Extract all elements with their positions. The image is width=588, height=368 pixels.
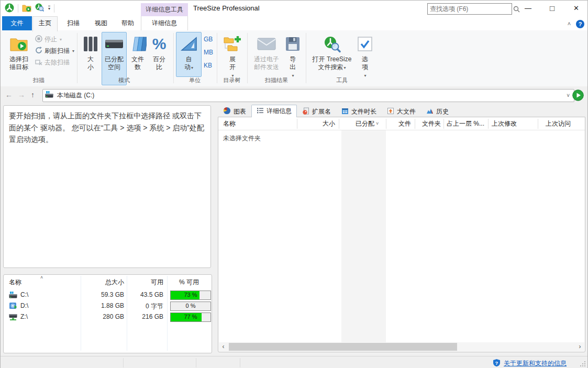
drive-row-c[interactable]: C:\ 59.3 GB 43.5 GB 73 % xyxy=(4,289,212,300)
unit-mb-option[interactable]: MB xyxy=(204,49,213,56)
scroll-left-icon[interactable]: ‹ xyxy=(219,342,228,351)
email-icon xyxy=(251,34,282,54)
tab-details[interactable]: 详细信息 xyxy=(141,16,188,30)
header-divider xyxy=(218,130,585,130)
group-separator xyxy=(247,33,248,83)
column-separator xyxy=(488,119,489,129)
combo-dropdown-icon[interactable]: ˅ xyxy=(567,93,572,98)
back-icon[interactable]: ← xyxy=(5,91,13,99)
send-email-label: 通过电子邮件发送 xyxy=(254,55,279,71)
network-drive-icon xyxy=(9,314,18,323)
drive-col-total[interactable]: 总大小 xyxy=(85,278,124,287)
tab-scan[interactable]: 扫描 xyxy=(59,16,87,30)
column-separator xyxy=(443,119,444,129)
area-chart-icon xyxy=(426,107,434,116)
col-name[interactable]: 名称 xyxy=(223,117,236,130)
col-allocated[interactable]: 已分配 xyxy=(339,117,374,130)
tab-chart[interactable]: 图表 xyxy=(218,105,251,117)
col-files[interactable]: 文件 xyxy=(386,117,411,130)
title-bar: ▾ 详细信息工具 TreeSize Professional — □ ✕ xyxy=(1,1,587,16)
search-input[interactable] xyxy=(428,5,513,13)
hard-drive-icon xyxy=(9,292,18,300)
tab-home[interactable]: 主页 xyxy=(32,16,58,31)
find-options-searchbox[interactable] xyxy=(427,3,512,15)
forward-icon[interactable]: → xyxy=(18,91,25,99)
drive-col-name[interactable]: 名称 xyxy=(9,278,21,287)
group-separator xyxy=(306,33,306,83)
horizontal-scrollbar[interactable]: ‹ › xyxy=(219,342,584,351)
group-label-results: 扫描结果 xyxy=(250,76,303,84)
update-info: ? 关于更新和支持的信息 xyxy=(493,359,567,368)
drive-row-d[interactable]: D:\ 1.88 GB 0 字节 0 % xyxy=(4,300,212,311)
close-button[interactable]: ✕ xyxy=(564,1,588,16)
remove-scan-icon xyxy=(35,58,42,67)
free-percent-bar: 73 % xyxy=(170,291,211,300)
tab-file-ages[interactable]: 文件时长 xyxy=(336,105,382,117)
drive-row-z[interactable]: Z:\ 280 GB 216 GB 77 % xyxy=(4,311,212,322)
drive-total: 1.88 GB xyxy=(85,302,124,309)
col-size[interactable]: 大小 xyxy=(297,117,335,130)
dropdown-icon: ▾ xyxy=(60,37,62,42)
group-separator xyxy=(77,33,77,83)
column-separator xyxy=(538,119,538,129)
tab-chart-label: 图表 xyxy=(234,107,246,116)
files-stack-icon xyxy=(128,34,148,54)
col-last-modified[interactable]: 上次修改 xyxy=(492,117,517,130)
tab-history-label: 历史 xyxy=(436,107,449,116)
select-scan-target-label: 选择扫描目标 xyxy=(9,55,28,71)
tab-top-files[interactable]: 大文件 xyxy=(382,105,421,117)
resize-grip[interactable] xyxy=(580,361,585,366)
up-arrow-box-icon xyxy=(387,107,394,116)
scroll-right-icon[interactable]: › xyxy=(575,342,584,351)
scrollbar-thumb[interactable] xyxy=(229,343,457,351)
refresh-icon xyxy=(35,47,42,55)
status-separator xyxy=(240,358,240,367)
tab-details-view[interactable]: 详细信息 xyxy=(251,105,297,117)
extensions-icon xyxy=(302,107,309,116)
collapse-ribbon-icon[interactable]: ˄ xyxy=(565,19,573,28)
maximize-button[interactable]: □ xyxy=(540,1,564,16)
drive-free: 0 字节 xyxy=(129,302,163,311)
app-window: ▾ 详细信息工具 TreeSize Professional — □ ✕ 文件 … xyxy=(0,0,588,368)
unit-gb-option[interactable]: GB xyxy=(204,36,213,43)
mode-allocated-label: 已分配空间 xyxy=(105,55,124,71)
select-scan-target-icon xyxy=(4,34,34,54)
select-directory-icon[interactable] xyxy=(22,4,31,14)
tab-file-ages-label: 文件时长 xyxy=(351,107,376,116)
unit-kb-option[interactable]: KB xyxy=(204,62,212,69)
file-search-icon[interactable] xyxy=(35,3,45,14)
tab-extensions[interactable]: 扩展名 xyxy=(297,105,336,117)
customize-qat-icon[interactable]: ▾ xyxy=(48,6,50,11)
tab-history[interactable]: 历史 xyxy=(421,105,454,117)
empty-selection-text: 未选择文件夹 xyxy=(223,134,261,143)
mode-percent-button[interactable]: % 百分比 xyxy=(149,32,170,85)
col-percent-of-parent[interactable]: 占上一层 %... xyxy=(447,117,484,130)
calendar-icon xyxy=(341,107,349,116)
group-separator xyxy=(173,33,174,83)
start-hint-panel: 要开始扫描，请从上面的文件夹下拉框中选择路径 或双击下面的某个 驱动器。 您可以… xyxy=(3,105,211,268)
svg-text:?: ? xyxy=(495,360,498,366)
path-combobox[interactable]: 本地磁盘 (C:) ˅ xyxy=(42,89,574,102)
free-percent-bar: 77 % xyxy=(170,313,211,322)
unit-auto-button[interactable]: 自动▾ xyxy=(176,32,202,77)
stop-icon xyxy=(35,35,42,44)
set-square-icon xyxy=(176,34,201,54)
results-tab-bar: 图表 详细信息 扩展名 文件时长 大文件 历史 xyxy=(218,105,454,117)
tab-help[interactable]: 帮助 xyxy=(115,16,141,30)
help-icon[interactable]: ? xyxy=(576,20,584,28)
tab-file[interactable]: 文件 xyxy=(2,16,32,30)
refresh-scan-button[interactable]: 刷新扫描▾ xyxy=(35,46,74,56)
drive-col-free[interactable]: 可用 xyxy=(129,278,163,287)
update-info-link[interactable]: 关于更新和支持的信息 xyxy=(504,359,567,368)
start-scan-button[interactable] xyxy=(572,90,584,101)
col-last-accessed[interactable]: 上次访问 xyxy=(546,117,571,130)
disc-drive-icon xyxy=(9,302,18,311)
drive-total: 280 GB xyxy=(85,313,124,320)
minimize-button[interactable]: — xyxy=(516,1,540,16)
drive-col-pctfree[interactable]: % 可用 xyxy=(167,278,211,287)
col-folders[interactable]: 文件夹 xyxy=(415,117,441,130)
drive-free: 43.5 GB xyxy=(129,291,163,298)
shield-help-icon: ? xyxy=(493,359,501,368)
up-icon[interactable]: ↑ xyxy=(31,91,35,99)
tab-view[interactable]: 视图 xyxy=(87,16,115,30)
